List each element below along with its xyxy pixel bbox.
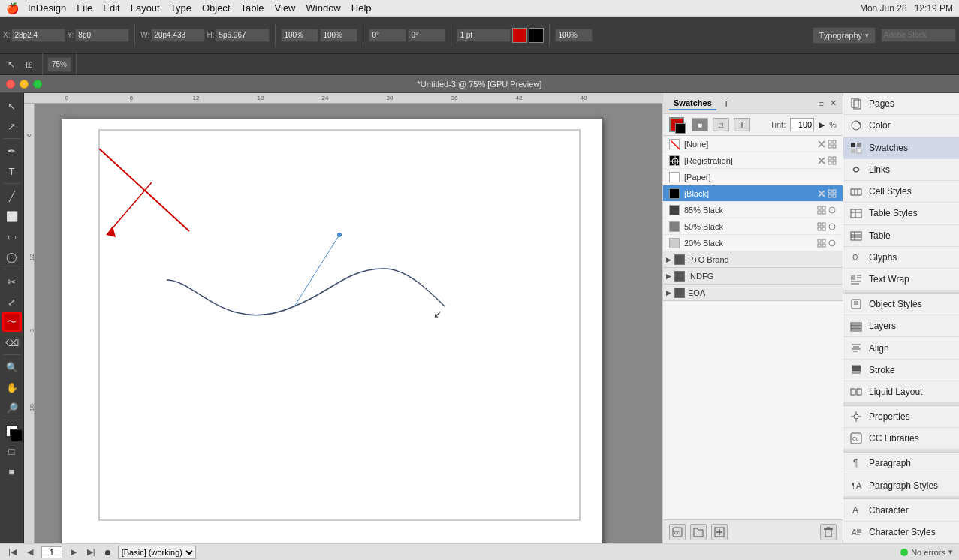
direct-selection-tool[interactable]: ↗ <box>2 116 22 136</box>
page-number-input[interactable] <box>41 546 62 558</box>
fill-box[interactable] <box>5 424 19 438</box>
menu-indesign[interactable]: InDesign <box>28 2 66 14</box>
rectangle-tool[interactable]: ▭ <box>2 227 22 246</box>
panel-item-glyphs[interactable]: Ω Glyphs <box>843 247 959 269</box>
scissors-tool[interactable]: ✂ <box>2 272 22 291</box>
panel-item-object-styles[interactable]: Object Styles <box>843 294 959 315</box>
panel-item-text-wrap[interactable]: Text Wrap <box>843 269 959 291</box>
panel-item-swatches[interactable]: Swatches <box>843 137 959 159</box>
panel-menu-btn[interactable]: ≡ <box>819 99 824 108</box>
swatch-20black-row[interactable]: 20% Black <box>663 235 843 251</box>
close-button[interactable] <box>6 80 15 89</box>
zoom-percent[interactable]: 75% <box>47 57 71 72</box>
panel-item-links[interactable]: Links <box>843 159 959 181</box>
select-tool[interactable]: ↖ <box>3 56 20 73</box>
selection-tool[interactable]: ↖ <box>2 96 22 116</box>
preview-mode-btn[interactable]: ■ <box>2 462 22 481</box>
new-color-group-btn[interactable] <box>690 524 707 540</box>
record-btn[interactable]: ⏺ <box>104 548 112 557</box>
stroke-input[interactable] <box>457 29 511 42</box>
swatch-none-row[interactable]: [None] <box>663 136 843 152</box>
y-input[interactable] <box>75 29 129 42</box>
panel-item-cell-styles[interactable]: Cell Styles <box>843 181 959 203</box>
hand-tool[interactable]: ✋ <box>2 378 22 397</box>
panel-item-table-styles[interactable]: Table Styles <box>843 203 959 224</box>
prev-page-btn[interactable]: ◀ <box>25 547 35 557</box>
t-tab[interactable]: T <box>719 98 734 110</box>
group-indfg-row[interactable]: ▶ INDFG <box>663 268 843 285</box>
menu-file[interactable]: File <box>77 2 92 14</box>
pen-tool[interactable]: ✒ <box>2 141 22 161</box>
new-swatch-btn[interactable] <box>711 524 728 540</box>
delete-swatch-btn[interactable] <box>820 524 837 540</box>
menu-object[interactable]: Object <box>202 2 231 14</box>
menu-edit[interactable]: Edit <box>103 2 119 14</box>
panel-item-pages[interactable]: Pages <box>843 93 959 115</box>
panel-item-cc-libraries[interactable]: Cc CC Libraries <box>843 428 959 450</box>
rectangle-frame-tool[interactable]: ⬜ <box>2 206 22 226</box>
stroke-color-swatch[interactable] <box>512 28 527 43</box>
panel-item-character[interactable]: A Character <box>843 499 959 521</box>
menu-help[interactable]: Help <box>351 2 372 14</box>
w-input[interactable] <box>151 29 205 42</box>
menu-layout[interactable]: Layout <box>131 2 160 14</box>
group-po-brand-row[interactable]: ▶ P+O Brand <box>663 251 843 268</box>
panel-item-color[interactable]: Color <box>843 115 959 137</box>
transform-controls[interactable]: ⊞ <box>21 56 38 73</box>
fill-mode-btn[interactable]: ■ <box>692 118 708 131</box>
stroke-indicator[interactable] <box>675 123 686 134</box>
opacity-input[interactable] <box>555 29 593 42</box>
stroke-mode-btn[interactable]: □ <box>713 118 729 131</box>
typography-workspace-btn[interactable]: Typography ▾ <box>813 27 876 44</box>
group-eoa-row[interactable]: ▶ EOA <box>663 285 843 301</box>
scale-x-input[interactable] <box>281 29 318 42</box>
free-transform-tool[interactable]: ⤢ <box>2 292 22 312</box>
add-to-cc-libraries-btn[interactable]: cc <box>669 524 686 540</box>
tint-arrow[interactable]: ▶ <box>819 120 825 130</box>
panel-item-stroke[interactable]: Stroke <box>843 360 959 381</box>
ellipse-tool[interactable]: ◯ <box>2 247 22 266</box>
eyedropper-tool[interactable]: 🔍 <box>2 357 22 377</box>
erase-tool[interactable]: ⌫ <box>2 333 22 352</box>
fill-stroke-indicator[interactable] <box>669 117 684 132</box>
swatch-50black-row[interactable]: 50% Black <box>663 218 843 235</box>
search-input[interactable] <box>881 29 956 42</box>
panel-item-liquid-layout[interactable]: Liquid Layout <box>843 381 959 403</box>
normal-mode-btn[interactable]: □ <box>2 441 22 461</box>
stroke-box[interactable] <box>10 429 23 442</box>
angle-input[interactable] <box>369 29 406 42</box>
menu-window[interactable]: Window <box>306 2 341 14</box>
panel-close-btn[interactable]: ✕ <box>830 98 837 108</box>
smooth-tool[interactable]: 〜 <box>2 312 22 332</box>
h-input[interactable] <box>216 29 270 42</box>
swatch-85black-row[interactable]: 85% Black <box>663 202 843 218</box>
maximize-button[interactable] <box>33 80 42 89</box>
tint-input[interactable] <box>790 118 814 131</box>
canvas-scroll[interactable]: 6 1/2 3 1/8 <box>24 104 662 543</box>
panel-item-align[interactable]: Align <box>843 337 959 359</box>
panel-item-table[interactable]: Table <box>843 225 959 247</box>
text-mode-btn[interactable]: T <box>734 118 750 131</box>
apple-menu[interactable]: 🍎 <box>6 2 19 14</box>
fill-color-swatch[interactable] <box>529 28 544 43</box>
angle2-input[interactable] <box>408 29 445 42</box>
type-tool[interactable]: T <box>2 161 22 181</box>
panel-item-paragraph-styles[interactable]: ¶A Paragraph Styles <box>843 474 959 496</box>
swatch-registration-row[interactable]: [Registration] <box>663 152 843 169</box>
panel-item-layers[interactable]: Layers <box>843 315 959 337</box>
x-input[interactable] <box>11 29 65 42</box>
swatch-black-row[interactable]: [Black] <box>663 185 843 202</box>
panel-item-paragraph[interactable]: ¶ Paragraph <box>843 453 959 474</box>
menu-table[interactable]: Table <box>240 2 264 14</box>
panel-item-character-styles[interactable]: A Character Styles <box>843 522 959 543</box>
menu-view[interactable]: View <box>275 2 296 14</box>
scale-y-input[interactable] <box>320 29 357 42</box>
swatches-tab[interactable]: Swatches <box>669 97 716 110</box>
style-dropdown[interactable]: [Basic] (working) <box>118 546 196 559</box>
first-page-btn[interactable]: |◀ <box>6 547 19 557</box>
minimize-button[interactable] <box>20 80 29 89</box>
last-page-btn[interactable]: ▶| <box>85 547 98 557</box>
next-page-btn[interactable]: ▶ <box>68 547 79 557</box>
panel-item-properties[interactable]: Properties <box>843 406 959 428</box>
errors-dropdown-btn[interactable]: ▾ <box>948 547 953 557</box>
